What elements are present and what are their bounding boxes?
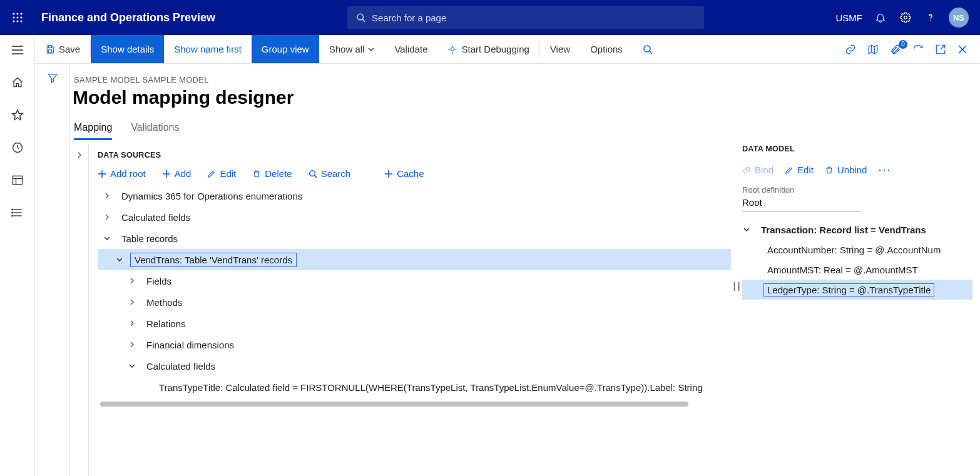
- grip-icon: ┃┃: [732, 282, 741, 291]
- view-menu[interactable]: View: [540, 35, 580, 63]
- expand-icon[interactable]: [128, 319, 136, 328]
- tree-node[interactable]: Fields: [98, 270, 731, 291]
- pane-splitter[interactable]: ┃┃: [731, 144, 742, 476]
- group-view-button[interactable]: Group view: [252, 35, 319, 63]
- expand-icon[interactable]: [103, 213, 111, 221]
- dm-edit-button[interactable]: Edit: [785, 165, 814, 175]
- bind-button[interactable]: Bind: [742, 165, 773, 175]
- tab-mapping[interactable]: Mapping: [74, 122, 112, 140]
- dm-tree-node[interactable]: AmountMST: Real = @.AmountMST: [742, 260, 972, 280]
- page-tabs: Mapping Validations: [70, 122, 980, 141]
- expand-icon[interactable]: [128, 276, 136, 285]
- modules-icon[interactable]: [10, 205, 25, 220]
- add-label: Add: [175, 168, 191, 179]
- company-code[interactable]: USMF: [836, 13, 863, 23]
- data-model-title: DATA MODEL: [742, 144, 972, 153]
- collapse-panel-handle[interactable]: [70, 144, 89, 476]
- workspaces-icon[interactable]: [10, 173, 25, 188]
- tree-label: Calculated fields: [118, 211, 194, 224]
- delete-label: Delete: [265, 168, 292, 179]
- favorites-icon[interactable]: [10, 108, 25, 123]
- tree-label: Calculated fields: [143, 360, 219, 373]
- app-launcher-icon[interactable]: [0, 12, 35, 23]
- filter-icon[interactable]: [47, 73, 58, 476]
- search-icon: [356, 13, 365, 23]
- tree-node[interactable]: Calculated fields: [98, 206, 731, 228]
- data-model-pane: DATA MODEL Bind Edit Unbind ··· Root def…: [742, 144, 980, 476]
- svg-line-34: [650, 51, 652, 54]
- popout-icon[interactable]: [935, 44, 946, 55]
- svg-point-23: [11, 209, 13, 210]
- expand-icon[interactable]: [128, 340, 136, 349]
- search-input[interactable]: [372, 13, 695, 23]
- validate-button[interactable]: Validate: [384, 35, 437, 63]
- link-icon[interactable]: [845, 44, 856, 55]
- svg-line-10: [362, 19, 365, 22]
- root-definition-value[interactable]: Root: [742, 195, 861, 212]
- unbind-button[interactable]: Unbind: [825, 165, 867, 175]
- data-sources-tree: Dynamics 365 for Operations enumerations…: [98, 185, 731, 417]
- start-debugging-button[interactable]: Start Debugging: [437, 35, 539, 63]
- cache-button[interactable]: Cache: [384, 168, 424, 179]
- expand-icon[interactable]: [103, 191, 111, 200]
- show-all-dropdown[interactable]: Show all: [319, 35, 385, 63]
- debug-icon: [447, 44, 457, 54]
- root-definition-label: Root definition: [742, 185, 972, 195]
- tree-node[interactable]: Dynamics 365 for Operations enumerations: [98, 185, 731, 206]
- add-root-button[interactable]: Add root: [98, 168, 146, 179]
- tree-node[interactable]: Financial dimensions: [98, 334, 731, 355]
- svg-point-4: [16, 16, 18, 18]
- toolbar-search-button[interactable]: [633, 35, 663, 63]
- more-actions-icon[interactable]: ···: [878, 163, 891, 176]
- tab-validations[interactable]: Validations: [131, 122, 179, 140]
- help-icon[interactable]: [924, 11, 937, 24]
- tree-node[interactable]: Table records: [98, 228, 731, 249]
- settings-icon[interactable]: [899, 11, 912, 24]
- data-sources-pane: DATA SOURCES Add root Add Edit Delete Se…: [89, 144, 731, 476]
- show-name-first-button[interactable]: Show name first: [164, 35, 252, 63]
- tree-node[interactable]: Calculated fields: [98, 355, 731, 377]
- show-name-first-label: Show name first: [174, 44, 242, 54]
- delete-button[interactable]: Delete: [252, 168, 292, 179]
- expand-icon[interactable]: [128, 298, 136, 306]
- save-button[interactable]: Save: [35, 35, 90, 63]
- dm-tree-node-selected[interactable]: LedgerType: String = @.TransTypeTitle: [742, 280, 972, 300]
- refresh-icon[interactable]: [912, 44, 924, 55]
- horizontal-scrollbar[interactable]: [100, 402, 688, 407]
- hamburger-icon[interactable]: [10, 43, 25, 58]
- group-view-label: Group view: [262, 44, 309, 54]
- home-icon[interactable]: [10, 75, 25, 90]
- collapse-icon[interactable]: [128, 362, 136, 370]
- edit-button[interactable]: Edit: [207, 168, 236, 179]
- tree-node[interactable]: Methods: [98, 291, 731, 313]
- svg-point-33: [644, 46, 650, 52]
- tree-node-selected[interactable]: VendTrans: Table 'VendTrans' records: [98, 249, 731, 270]
- global-search[interactable]: [347, 6, 704, 29]
- show-details-button[interactable]: Show details: [91, 35, 164, 63]
- close-icon[interactable]: [957, 44, 967, 54]
- tree-label: Fields: [143, 275, 175, 288]
- collapse-icon[interactable]: [742, 225, 751, 234]
- search-button[interactable]: Search: [309, 168, 351, 179]
- tree-node[interactable]: Relations: [98, 313, 731, 334]
- collapse-icon[interactable]: [115, 255, 124, 264]
- map-icon[interactable]: [867, 44, 879, 55]
- show-all-label: Show all: [329, 44, 365, 54]
- dm-tree-label: AccountNumber: String = @.AccountNum: [763, 243, 944, 256]
- dm-tree-node[interactable]: Transaction: Record list = VendTrans: [742, 220, 972, 240]
- attachments-icon[interactable]: 0: [890, 44, 901, 55]
- svg-point-24: [11, 212, 13, 213]
- options-menu[interactable]: Options: [580, 35, 633, 63]
- collapse-icon[interactable]: [103, 234, 111, 243]
- user-avatar[interactable]: NS: [949, 8, 969, 28]
- save-label: Save: [59, 44, 80, 54]
- tree-label: Table records: [118, 232, 181, 245]
- notifications-icon[interactable]: [874, 11, 887, 24]
- recent-icon[interactable]: [10, 140, 25, 155]
- tree-label: Dynamics 365 for Operations enumerations: [118, 190, 306, 203]
- add-button[interactable]: Add: [162, 168, 191, 179]
- tree-node[interactable]: TransTypeTitle: Calculated field = FIRST…: [98, 377, 731, 398]
- bind-label: Bind: [755, 165, 773, 175]
- svg-rect-27: [48, 49, 51, 53]
- dm-tree-node[interactable]: AccountNumber: String = @.AccountNum: [742, 240, 972, 260]
